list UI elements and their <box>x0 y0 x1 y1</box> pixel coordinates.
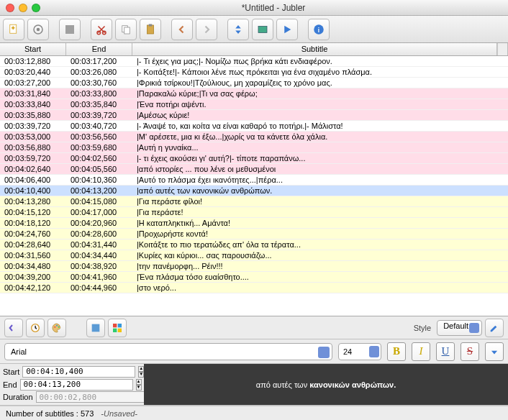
table-row[interactable]: 00:04:02,64000:04:05,560|από ιστορίες ..… <box>0 164 508 175</box>
scrollbar-header <box>497 43 508 55</box>
clock-button[interactable] <box>26 319 45 337</box>
table-row[interactable]: 00:03:20,44000:03:26,080|- Κοιτάξτε!|- Κ… <box>0 67 508 78</box>
minimize-window-button[interactable] <box>19 4 27 12</box>
save-state: -Unsaved- <box>101 409 137 418</box>
svg-text:i: i <box>318 27 319 33</box>
table-row[interactable]: 00:04:18,12000:04:20,960|Η καταπληκτική.… <box>0 218 508 229</box>
down-button[interactable] <box>485 342 504 361</box>
table-row[interactable]: 00:03:33,84000:03:35,840|Ένα ποτήρι αψέν… <box>0 99 508 110</box>
table-row[interactable]: 00:03:31,84000:03:33,800|Παρακαλώ κύριε;… <box>0 88 508 99</box>
table-row[interactable]: 00:04:28,64000:04:31,440|Κοιτάξτε το πιο… <box>0 239 508 250</box>
table-row[interactable]: 00:03:35,88000:03:39,720|Αμέσως κύριε! <box>0 110 508 121</box>
palette-button[interactable] <box>47 319 66 337</box>
underline-button[interactable]: U <box>436 342 455 361</box>
svg-point-2 <box>37 27 40 31</box>
table-row[interactable]: 00:04:24,76000:04:28,600|Προχωρήστε κοντ… <box>0 229 508 239</box>
window-title: *Untitled - Jubler <box>45 3 502 13</box>
svg-rect-17 <box>92 324 100 332</box>
table-row[interactable]: 00:04:39,20000:04:41,960|Ένα πλάσμα τόσο… <box>0 272 508 283</box>
table-row[interactable]: 00:04:13,28000:04:15,080|Για περάστε φίλ… <box>0 196 508 207</box>
col-start[interactable]: Start <box>0 43 66 55</box>
layer2-button[interactable] <box>108 319 127 337</box>
style-select[interactable]: Default <box>437 320 482 336</box>
table-row[interactable]: 00:04:06,40000:04:10,360|Αυτό το πλάσμα … <box>0 175 508 186</box>
size-select[interactable]: 24 <box>338 343 381 360</box>
svg-rect-8 <box>148 25 154 34</box>
cut-button[interactable] <box>91 19 112 40</box>
svg-point-15 <box>56 324 58 326</box>
table-row[interactable]: 00:03:59,72000:04:02,560|- τι έχεις ακού… <box>0 153 508 164</box>
svg-rect-18 <box>113 324 117 327</box>
layer1-button[interactable] <box>86 319 105 337</box>
italic-button[interactable]: I <box>412 342 430 361</box>
start-spinner[interactable]: ▲▼ <box>138 366 144 378</box>
subtitle-count: Number of subtitles : 573 <box>6 409 94 418</box>
end-label: End <box>3 380 17 389</box>
paste-button[interactable] <box>140 19 161 40</box>
font-select[interactable]: Arial <box>4 343 332 360</box>
col-subtitle[interactable]: Subtitle <box>132 43 497 55</box>
table-row[interactable]: 00:04:42,12000:04:44,960|στο νερό... <box>0 283 508 293</box>
table-row[interactable]: 00:04:31,56000:04:34,440|Κυρίες και κύρι… <box>0 250 508 261</box>
play-button[interactable] <box>276 19 298 40</box>
save-button[interactable] <box>59 19 81 40</box>
table-row[interactable]: 00:04:15,12000:04:17,000|Για περάστε! <box>0 207 508 218</box>
redo-button[interactable] <box>196 19 217 40</box>
table-row[interactable]: 00:03:12,88000:03:17,200|- Τι έχεις για … <box>0 56 508 67</box>
end-spinner[interactable]: ▲▼ <box>136 379 142 391</box>
undo-button[interactable] <box>171 19 193 40</box>
zoom-window-button[interactable] <box>32 4 40 12</box>
table-row[interactable]: 00:03:53,00000:03:56,560|Μ' αρέσετε, μια… <box>0 132 508 142</box>
undo-time-button[interactable] <box>4 319 23 337</box>
copy-button[interactable] <box>115 19 137 40</box>
svg-rect-21 <box>118 328 122 332</box>
start-label: Start <box>3 368 19 376</box>
table-header: Start End Subtitle <box>0 43 508 56</box>
svg-rect-10 <box>258 26 267 32</box>
bold-button[interactable]: B <box>387 342 406 361</box>
svg-rect-19 <box>118 324 122 327</box>
preview-button[interactable] <box>252 19 273 40</box>
start-input[interactable] <box>22 366 135 378</box>
table-row[interactable]: 00:04:10,40000:04:13,200|από αυτές των κ… <box>0 186 508 196</box>
new-button[interactable] <box>3 19 24 40</box>
duration-label: Duration <box>3 393 33 401</box>
col-end[interactable]: End <box>66 43 132 55</box>
middle-toolbar: Style Default <box>0 316 508 339</box>
toolbar: i <box>0 16 508 43</box>
duration-input <box>36 391 149 403</box>
table-row[interactable]: 00:03:56,88000:03:59,680|Αυτή η γυναίκα.… <box>0 142 508 153</box>
properties-button[interactable] <box>27 19 49 40</box>
svg-rect-3 <box>65 25 74 34</box>
svg-point-14 <box>54 326 55 327</box>
svg-rect-9 <box>149 24 153 26</box>
status-bar: Number of subtitles : 573 -Unsaved- <box>0 406 508 420</box>
sort-button[interactable] <box>227 19 249 40</box>
svg-rect-20 <box>113 328 117 332</box>
strike-button[interactable]: S <box>461 342 479 361</box>
edit-style-button[interactable] <box>485 319 504 337</box>
timing-panel: Start ▲▼ End ▲▼ Duration ▲▼ από αυτές τω… <box>0 364 508 406</box>
subtitle-table: Start End Subtitle 00:03:12,88000:03:17,… <box>0 43 508 316</box>
style-label: Style <box>414 324 431 332</box>
svg-point-16 <box>58 326 60 327</box>
table-row[interactable]: 00:03:39,72000:03:40,720|- Άναψέ το, και… <box>0 121 508 132</box>
end-input[interactable] <box>20 379 133 391</box>
info-button[interactable]: i <box>308 19 330 40</box>
close-window-button[interactable] <box>6 4 14 12</box>
table-body[interactable]: 00:03:12,88000:03:17,200|- Τι έχεις για … <box>0 56 508 316</box>
subtitle-preview[interactable]: από αυτές των κανονικών ανθρώπων. <box>144 364 508 405</box>
titlebar: *Untitled - Jubler <box>0 0 508 16</box>
table-row[interactable]: 00:04:34,48000:04:38,920|την πανέμορφη..… <box>0 261 508 272</box>
svg-rect-7 <box>124 27 130 34</box>
font-row: Arial 24 B I U S <box>0 339 508 364</box>
table-row[interactable]: 00:03:27,20000:03:30,760|Φρικιά τσίρκου!… <box>0 78 508 88</box>
